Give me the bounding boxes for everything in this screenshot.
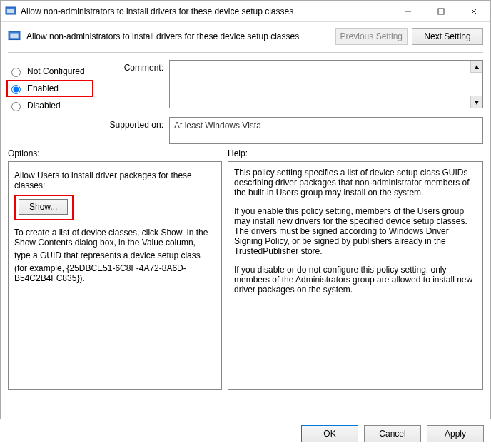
ok-button[interactable]: OK <box>301 425 358 442</box>
svg-rect-3 <box>438 9 444 14</box>
previous-setting-button[interactable]: Previous Setting <box>335 28 408 45</box>
minimize-button[interactable] <box>392 1 425 22</box>
comment-label: Comment: <box>99 60 163 73</box>
scroll-up-icon[interactable]: ▴ <box>470 61 482 73</box>
options-text-1: To create a list of device classes, clic… <box>14 228 216 248</box>
cancel-button[interactable]: Cancel <box>364 425 421 442</box>
options-text-2: type a GUID that represents a device set… <box>14 250 216 260</box>
options-label: Options: <box>8 148 222 161</box>
policy-name: Allow non-administrators to install driv… <box>26 31 331 41</box>
svg-rect-7 <box>10 34 18 39</box>
app-icon <box>5 6 16 17</box>
supported-on-text: At least Windows Vista <box>169 117 483 144</box>
apply-button[interactable]: Apply <box>427 425 484 442</box>
scroll-down-icon[interactable]: ▾ <box>470 96 482 108</box>
state-radio-group: Not Configured Enabled Disabled <box>8 60 93 114</box>
options-text-3: (for example, {25DBCE51-6C8F-4A72-8A6D-B… <box>14 263 216 283</box>
next-setting-button[interactable]: Next Setting <box>412 28 483 45</box>
radio-enabled[interactable]: Enabled <box>6 80 93 97</box>
help-p2: If you enable this policy setting, membe… <box>234 206 477 256</box>
window-title: Allow non-administrators to install driv… <box>21 6 392 16</box>
policy-header: Allow non-administrators to install driv… <box>1 22 490 51</box>
dialog-footer: OK Cancel Apply <box>0 419 491 448</box>
radio-disabled-label: Disabled <box>27 101 61 111</box>
radio-not-configured[interactable]: Not Configured <box>8 63 93 80</box>
radio-enabled-input[interactable] <box>11 85 21 94</box>
radio-enabled-label: Enabled <box>27 83 59 93</box>
radio-disabled-input[interactable] <box>11 102 21 111</box>
policy-icon <box>8 30 21 43</box>
help-p3: If you disable or do not configure this … <box>234 265 477 295</box>
help-p1: This policy setting specifies a list of … <box>234 168 477 198</box>
close-button[interactable] <box>457 1 490 22</box>
options-intro: Allow Users to install driver packages f… <box>14 170 216 190</box>
title-bar: Allow non-administrators to install driv… <box>1 1 490 22</box>
supported-on-label: Supported on: <box>99 117 163 130</box>
help-panel: This policy setting specifies a list of … <box>228 161 483 390</box>
radio-not-configured-input[interactable] <box>11 68 21 77</box>
radio-disabled[interactable]: Disabled <box>8 97 93 114</box>
help-label: Help: <box>228 148 483 161</box>
show-button[interactable]: Show... <box>19 199 68 215</box>
options-panel: Allow Users to install driver packages f… <box>8 161 222 390</box>
svg-rect-1 <box>7 9 14 13</box>
maximize-button[interactable] <box>425 1 457 22</box>
radio-not-configured-label: Not Configured <box>27 66 85 76</box>
comment-textarea[interactable]: ▴ ▾ <box>169 60 483 108</box>
